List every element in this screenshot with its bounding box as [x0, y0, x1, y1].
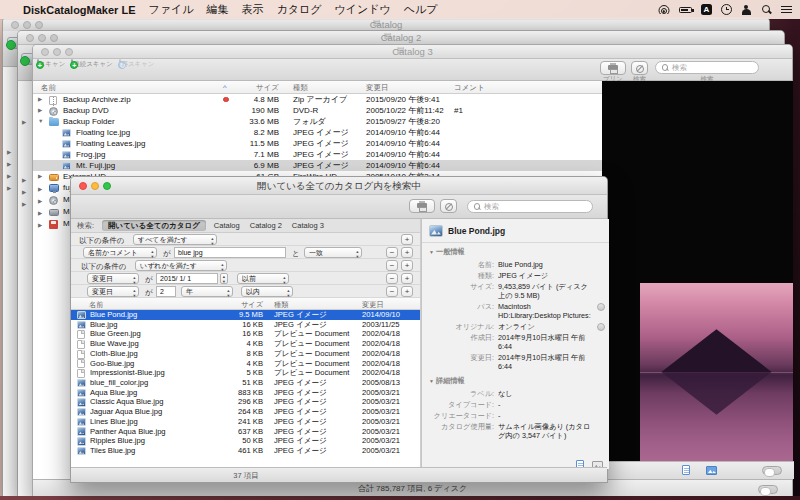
field-popup[interactable]: 変更日 — [87, 273, 139, 284]
remove-criterion-button[interactable]: − — [386, 273, 398, 284]
input-source-icon[interactable]: A — [701, 4, 712, 15]
menu-item-4[interactable]: ウインドウ — [335, 2, 391, 17]
catalog-table-row[interactable]: ▶MS — [33, 218, 71, 230]
result-row[interactable]: Classic Aqua Blue.jpg296 KBJPEG イメージ2005… — [71, 397, 420, 407]
qualifier-popup[interactable]: 以内 — [241, 286, 293, 297]
disclosure-triangle[interactable]: ▶ — [38, 219, 42, 230]
print-button[interactable] — [409, 199, 435, 213]
menu-item-5[interactable]: ヘルプ — [404, 2, 438, 17]
scope-tab-1[interactable]: Catalog 2 — [250, 221, 282, 230]
window-search[interactable]: 開いている全てのカタログ内を検索中 検索 検索: 開いている全てのカタログ Ca… — [70, 176, 608, 483]
column-modified[interactable]: 変更日 — [366, 83, 389, 93]
add-criterion-button[interactable]: + — [401, 247, 413, 258]
qualifier-popup[interactable]: 以前 — [237, 273, 289, 284]
result-row[interactable]: Jaguar Aqua Blue.jpg264 KBJPEG イメージ2005/… — [71, 407, 420, 417]
catalog3-table-header[interactable]: 名前 ^ サイズ 種類 変更日 コメント — [33, 81, 602, 94]
disclosure-triangle[interactable]: ▶ — [22, 201, 26, 207]
result-row[interactable]: Cloth-Blue.jpg8 KBプレビュー Document2002/04/… — [71, 349, 420, 359]
continuous-scan-button[interactable]: + 連続スキャン — [69, 60, 115, 67]
menu-item-3[interactable]: カタログ — [277, 2, 322, 17]
catalog-table-row[interactable]: ▶Backup DVD190 MBDVD-R2005/10/22 午前11:42… — [33, 105, 602, 116]
menu-item-0[interactable]: ファイル — [148, 2, 193, 17]
column-kind[interactable]: 種類 — [274, 300, 288, 310]
result-row[interactable]: Blue Wave.jpg4 KBプレビュー Document2002/04/1… — [71, 339, 420, 349]
result-row[interactable]: Ripples Blue.jpg50 KBJPEG イメージ2005/03/21 — [71, 436, 420, 446]
catalog-table-row[interactable]: Floating Ice.jpg8.2 MBJPEG イメージ2014/09/1… — [33, 127, 602, 138]
search-toggle-button[interactable] — [631, 61, 648, 75]
disclosure-triangle[interactable]: ▶ — [22, 119, 26, 125]
catalog-table-row[interactable]: ▶Backup Archive.zip4.8 MBZip アーカイブ2015/0… — [33, 94, 602, 105]
catalog-table-row[interactable]: ▶Mac — [33, 194, 71, 206]
reveal-button[interactable] — [597, 303, 605, 311]
date-input[interactable]: 2015/ 1/ 1 — [156, 273, 218, 284]
scope-tab-0[interactable]: Catalog — [214, 221, 240, 230]
titlebar-catalog-2[interactable]: ▤ Catalog 2 — [18, 31, 784, 45]
menu-item-1[interactable]: 編集 — [207, 2, 229, 17]
clock-icon[interactable] — [721, 4, 732, 15]
filter-button[interactable] — [440, 199, 457, 213]
column-size[interactable]: サイズ — [189, 300, 263, 310]
image-preview-icon[interactable] — [706, 466, 717, 475]
disclosure-triangle[interactable]: ▶ — [38, 94, 42, 105]
text-preview-icon[interactable] — [682, 465, 690, 475]
search-term-input[interactable]: blue jpg — [174, 247, 286, 258]
info-section-title[interactable]: ▼一般情報 — [422, 243, 609, 259]
rescan-button[interactable]: ↻ 再スキャン — [117, 60, 157, 67]
column-comment[interactable]: コメント — [454, 83, 485, 93]
result-row[interactable]: Blue Pond.jpg9.5 MBJPEG イメージ2014/09/10 — [71, 310, 420, 320]
spotlight-icon[interactable] — [761, 4, 772, 15]
scope-tab-2[interactable]: Catalog 3 — [292, 221, 324, 230]
disclosure-triangle[interactable]: ▶ — [7, 173, 11, 179]
disclosure-triangle[interactable]: ▶ — [7, 149, 11, 155]
titlebar-search[interactable]: 開いている全てのカタログ内を検索中 — [71, 177, 607, 195]
catalog-table-row[interactable]: ▶Maci — [33, 206, 71, 218]
disclosure-triangle[interactable]: ▶ — [7, 185, 11, 191]
catalog3-search-field[interactable]: 検索 — [655, 61, 759, 74]
battery-icon[interactable] — [679, 7, 692, 13]
catalog-table-row[interactable]: ▶fujiw — [33, 182, 71, 194]
menu-item-2[interactable]: 表示 — [242, 2, 264, 17]
reveal-button[interactable] — [597, 323, 605, 331]
result-row[interactable]: Tiles Blue.jpg461 KBJPEG イメージ2005/03/21 — [71, 446, 420, 456]
catalog-table-row[interactable]: Floating Leaves.jpg11.5 MBJPEG イメージ2014/… — [33, 138, 602, 149]
wifi-icon[interactable] — [658, 5, 670, 14]
add-criterion-button[interactable]: + — [401, 260, 413, 271]
result-row[interactable]: Impressionist-Blue.jpg5 KBプレビュー Document… — [71, 368, 420, 378]
disclosure-triangle[interactable]: ▶ — [38, 105, 42, 116]
match-popup[interactable]: 一致 — [304, 247, 362, 258]
search-window-field[interactable]: 検索 — [467, 200, 593, 213]
results-header[interactable]: 名前 サイズ 種類 変更日 — [71, 298, 421, 310]
user-icon[interactable] — [741, 4, 752, 15]
column-name[interactable]: 名前 — [41, 83, 56, 93]
catalog-table-row[interactable]: ▼Backup Folder33.6 MBフォルダ2015/09/27 午後8:… — [33, 116, 602, 127]
preview-toggle[interactable] — [762, 466, 782, 475]
result-row[interactable]: Panther Aqua Blue.jpg637 KBJPEG イメージ2005… — [71, 427, 420, 437]
notification-center-icon[interactable] — [781, 5, 792, 14]
column-size[interactable]: サイズ — [183, 83, 279, 93]
remove-criterion-button[interactable]: − — [386, 247, 398, 258]
unit-popup[interactable]: 年 — [181, 286, 233, 297]
result-row[interactable]: Goo-Blue.jpg4 KBプレビュー Document2002/04/18 — [71, 359, 420, 369]
remove-criterion-button[interactable]: − — [386, 286, 398, 297]
result-row[interactable]: Blue Green.jpg16 KBプレビュー Document2002/04… — [71, 329, 420, 339]
column-kind[interactable]: 種類 — [293, 83, 308, 93]
add-criterion-button[interactable]: + — [401, 286, 413, 297]
number-input[interactable]: 2 — [156, 286, 176, 297]
column-name[interactable]: 名前 — [89, 300, 103, 310]
disclosure-triangle[interactable]: ▶ — [22, 177, 26, 183]
catalog-table-row[interactable]: Mt. Fuji.jpg6.9 MBJPEG イメージ2014/09/10 午前… — [33, 160, 602, 171]
column-modified[interactable]: 変更日 — [362, 300, 384, 310]
match-mode-popup[interactable]: すべてを満たす — [133, 234, 217, 245]
remove-criterion-button[interactable]: − — [386, 260, 398, 271]
app-menu[interactable]: DiskCatalogMaker LE — [23, 4, 135, 16]
match-mode-popup[interactable]: いずれかを満たす — [135, 260, 227, 271]
scope-selected[interactable]: 開いている全てのカタログ — [102, 220, 206, 231]
field-popup[interactable]: 名前かコメント — [83, 247, 157, 258]
field-popup[interactable]: 変更日 — [87, 286, 139, 297]
info-section-title[interactable]: ▼詳細情報 — [422, 372, 609, 388]
print-button[interactable] — [600, 61, 626, 75]
disclosure-triangle[interactable]: ▶ — [22, 189, 26, 195]
disclosure-triangle[interactable]: ▶ — [38, 171, 42, 182]
disclosure-triangle[interactable]: ▼ — [38, 116, 43, 127]
result-row[interactable]: Aqua Blue.jpg883 KBJPEG イメージ2005/03/21 — [71, 388, 420, 398]
